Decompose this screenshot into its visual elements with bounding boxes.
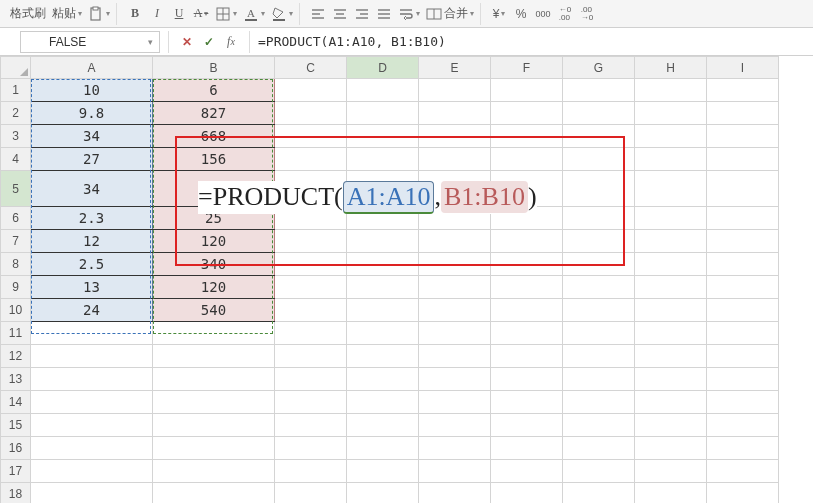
cell[interactable]: [707, 102, 779, 125]
decrease-decimal-button[interactable]: ←0 .00: [555, 3, 575, 25]
cell[interactable]: [707, 322, 779, 345]
clipboard-icon[interactable]: [86, 3, 112, 25]
cell[interactable]: [491, 437, 563, 460]
strikethrough-button[interactable]: A: [191, 3, 211, 25]
cell[interactable]: [563, 391, 635, 414]
cell[interactable]: [635, 253, 707, 276]
cell[interactable]: [31, 483, 153, 504]
cell[interactable]: [153, 391, 275, 414]
row-header[interactable]: 6: [1, 207, 31, 230]
cell[interactable]: [563, 125, 635, 148]
cell[interactable]: 156: [153, 148, 275, 171]
percent-button[interactable]: %: [511, 3, 531, 25]
row-header[interactable]: 12: [1, 345, 31, 368]
cell[interactable]: 540: [153, 299, 275, 322]
thousands-button[interactable]: 000: [533, 3, 553, 25]
cell[interactable]: [31, 345, 153, 368]
cell[interactable]: [491, 391, 563, 414]
cell[interactable]: [275, 391, 347, 414]
cell[interactable]: [153, 322, 275, 345]
fill-color-button[interactable]: [269, 3, 295, 25]
cell[interactable]: [635, 299, 707, 322]
cell[interactable]: [707, 414, 779, 437]
select-all-corner[interactable]: [1, 57, 31, 79]
cell[interactable]: [707, 125, 779, 148]
cell[interactable]: [563, 414, 635, 437]
cell[interactable]: [347, 414, 419, 437]
cell[interactable]: [491, 322, 563, 345]
cell[interactable]: [275, 368, 347, 391]
cell[interactable]: [635, 230, 707, 253]
cell[interactable]: [347, 437, 419, 460]
cell[interactable]: [31, 437, 153, 460]
cell[interactable]: [707, 460, 779, 483]
cell[interactable]: [635, 345, 707, 368]
cell[interactable]: [707, 437, 779, 460]
cell[interactable]: [275, 125, 347, 148]
cell[interactable]: [707, 79, 779, 102]
row-header[interactable]: 5: [1, 171, 31, 207]
row-header[interactable]: 13: [1, 368, 31, 391]
cell[interactable]: 27: [31, 148, 153, 171]
cell[interactable]: [563, 299, 635, 322]
cell[interactable]: [563, 207, 635, 230]
underline-button[interactable]: U: [169, 3, 189, 25]
cell[interactable]: [563, 102, 635, 125]
cell[interactable]: [635, 148, 707, 171]
cell[interactable]: [635, 460, 707, 483]
cell[interactable]: [635, 391, 707, 414]
cell[interactable]: [153, 483, 275, 504]
merge-cells-button[interactable]: 合并: [424, 3, 476, 25]
cell[interactable]: [419, 102, 491, 125]
cell[interactable]: [275, 253, 347, 276]
cell[interactable]: 9.8: [31, 102, 153, 125]
cell[interactable]: [563, 483, 635, 504]
row-header[interactable]: 10: [1, 299, 31, 322]
cell[interactable]: [635, 322, 707, 345]
cell[interactable]: [275, 345, 347, 368]
cell[interactable]: [419, 125, 491, 148]
cell[interactable]: [347, 230, 419, 253]
cell[interactable]: [347, 322, 419, 345]
cell[interactable]: [347, 148, 419, 171]
cell[interactable]: 6: [153, 79, 275, 102]
cell[interactable]: [419, 368, 491, 391]
col-header-A[interactable]: A: [31, 57, 153, 79]
cell[interactable]: [419, 391, 491, 414]
cell[interactable]: [275, 437, 347, 460]
col-header-G[interactable]: G: [563, 57, 635, 79]
cell[interactable]: [491, 414, 563, 437]
cell[interactable]: 13: [31, 276, 153, 299]
col-header-I[interactable]: I: [707, 57, 779, 79]
cell[interactable]: [347, 460, 419, 483]
cell[interactable]: [275, 460, 347, 483]
cell[interactable]: [635, 102, 707, 125]
cell[interactable]: 34: [31, 125, 153, 148]
increase-decimal-button[interactable]: .00 →0: [577, 3, 597, 25]
cell[interactable]: [563, 276, 635, 299]
cell[interactable]: [275, 79, 347, 102]
cell[interactable]: [153, 345, 275, 368]
cell[interactable]: [153, 414, 275, 437]
cell[interactable]: [707, 483, 779, 504]
cell[interactable]: [563, 368, 635, 391]
row-header[interactable]: 16: [1, 437, 31, 460]
row-header[interactable]: 11: [1, 322, 31, 345]
cell[interactable]: [563, 171, 635, 207]
col-header-H[interactable]: H: [635, 57, 707, 79]
cell[interactable]: [491, 102, 563, 125]
cell[interactable]: [635, 368, 707, 391]
cell[interactable]: [347, 391, 419, 414]
cell[interactable]: [347, 345, 419, 368]
cell[interactable]: [491, 483, 563, 504]
cell[interactable]: 340: [153, 253, 275, 276]
cell[interactable]: [635, 437, 707, 460]
col-header-D[interactable]: D: [347, 57, 419, 79]
cell[interactable]: 24: [31, 299, 153, 322]
row-header[interactable]: 18: [1, 483, 31, 504]
cell[interactable]: [707, 148, 779, 171]
cell[interactable]: [275, 483, 347, 504]
cell[interactable]: [707, 230, 779, 253]
cell[interactable]: [707, 391, 779, 414]
cell[interactable]: [707, 171, 779, 207]
